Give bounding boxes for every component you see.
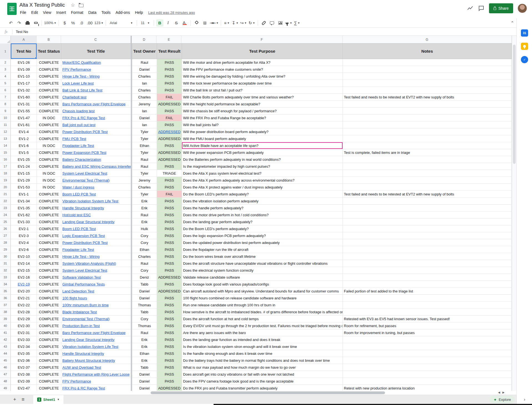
- cell-test-purpose[interactable]: Will the wiring be damaged by folding / …: [182, 73, 343, 80]
- test-title-link[interactable]: Baro Performance over Flight Envelope: [62, 331, 126, 335]
- test-title-link[interactable]: Flopdapter Life Test: [62, 144, 94, 148]
- cell-test-no[interactable]: EV2-31: [11, 329, 37, 336]
- cell-test-purpose[interactable]: Do the Batteries perform adequately in r…: [182, 156, 343, 163]
- cell-test-purpose[interactable]: Are there any aero issues with the baro: [182, 329, 343, 336]
- cell-test-result[interactable]: FAIL: [157, 94, 182, 101]
- cell-notes[interactable]: [343, 108, 512, 114]
- cell-test-title[interactable]: Battery Characterization: [61, 156, 131, 163]
- insights-chart-icon[interactable]: [467, 5, 473, 12]
- cell-test-purpose[interactable]: Will Charlie Bolts perform adequately ov…: [182, 94, 343, 101]
- cell-test-title[interactable]: FPV Performance: [61, 378, 131, 385]
- cell-test-purpose[interactable]: Validate release candidate software: [182, 274, 343, 281]
- cell-test-status[interactable]: COMPLETE: [37, 260, 61, 267]
- cell-test-status[interactable]: IN DOC: [37, 114, 61, 121]
- cell-notes[interactable]: [343, 302, 512, 309]
- test-title-link[interactable]: Vibration Isolation System Life Test: [62, 345, 118, 349]
- cell-test-result[interactable]: PASS: [157, 205, 182, 212]
- cell-test-result[interactable]: PASS: [157, 184, 182, 191]
- cell-test-owner[interactable]: Tabb: [132, 364, 157, 371]
- cell-test-title[interactable]: Battery Mount Structural Integrity: [61, 357, 131, 364]
- cell-notes[interactable]: Test failed and needs to be retested at …: [343, 94, 512, 101]
- cell-test-owner[interactable]: Daniel: [132, 385, 157, 391]
- cell-test-title[interactable]: Power Distribution PCB Test: [61, 239, 131, 246]
- test-title-link[interactable]: 100hr minumum Burn in time: [62, 303, 109, 307]
- cell-notes[interactable]: [343, 350, 512, 357]
- row-number[interactable]: 33: [0, 274, 11, 281]
- column-header-C[interactable]: C: [61, 36, 131, 43]
- cell-test-title[interactable]: Hot/cold test ESC: [61, 212, 131, 218]
- cell-test-result[interactable]: PASS: [157, 302, 182, 309]
- cell-test-title[interactable]: Power Distribution PCB Test: [61, 128, 131, 135]
- cell-test-purpose[interactable]: Does the aircraft structure have unaccep…: [182, 260, 343, 267]
- cell-test-status[interactable]: COMPLETE: [37, 302, 61, 309]
- menu-file[interactable]: File: [17, 9, 29, 16]
- cell-test-no[interactable]: EV2-22: [11, 302, 37, 309]
- cell-test-owner[interactable]: Jeremy: [132, 101, 157, 108]
- cell-notes[interactable]: Retest with new production antenna locat…: [343, 385, 512, 391]
- row-number[interactable]: 16: [0, 156, 11, 163]
- cell-test-purpose[interactable]: Does the Alta X perform adequately acros…: [182, 177, 343, 184]
- cell-test-result[interactable]: PASS: [157, 315, 182, 322]
- cell-test-title[interactable]: Flight Performance with Ring Lever Loose: [61, 371, 131, 378]
- cell-test-title[interactable]: Gimbal Performance Tests: [61, 281, 131, 288]
- redo-button[interactable]: ↷: [16, 19, 23, 27]
- format-percent-button[interactable]: %: [69, 19, 77, 27]
- row-number[interactable]: 7: [0, 94, 11, 101]
- side-panel-expand-icon[interactable]: ›: [517, 397, 532, 402]
- header-cell-test-result[interactable]: Test Result: [157, 44, 182, 59]
- sheet-tab-sheet1[interactable]: 1 Sheet1 ▼: [33, 395, 64, 404]
- cell-test-no[interactable]: EV2-37: [11, 364, 37, 371]
- cell-test-no[interactable]: EV1-47: [11, 114, 37, 121]
- cell-test-owner[interactable]: Charles: [132, 253, 157, 260]
- cell-test-status[interactable]: COMPLETE: [37, 73, 61, 80]
- test-title-link[interactable]: Hinge Life Test - Wiring: [62, 74, 100, 78]
- header-cell-test-purpose[interactable]: Test Purpose: [182, 44, 343, 59]
- cell-notes[interactable]: [343, 73, 512, 80]
- cell-test-result[interactable]: PASS: [157, 232, 182, 239]
- test-title-link[interactable]: Chassis loading test: [62, 109, 95, 113]
- row-number[interactable]: 10: [0, 114, 11, 121]
- cell-test-status[interactable]: COMPLETE: [37, 232, 61, 239]
- test-title-link[interactable]: Power Expansion PCB Test: [62, 151, 107, 155]
- cell-notes[interactable]: [343, 87, 512, 94]
- row-number[interactable]: 4: [0, 73, 11, 80]
- cell-test-status[interactable]: COMPLETE: [37, 87, 61, 94]
- cell-test-title[interactable]: Lock Lever Life test: [61, 80, 131, 87]
- cell-test-owner[interactable]: Deniz: [132, 274, 157, 281]
- header-cell-test-no[interactable]: Test No: [11, 44, 37, 59]
- cell-test-no[interactable]: EV1-31: [11, 101, 37, 108]
- cell-test-title[interactable]: Boom LED PCB Test: [61, 191, 131, 198]
- cell-test-owner[interactable]: Cory: [132, 239, 157, 246]
- row-number[interactable]: 25: [0, 218, 11, 225]
- row-number[interactable]: 44: [0, 350, 11, 357]
- cell-test-purpose[interactable]: Does the landing gear perform adequately…: [182, 218, 343, 225]
- comment-history-icon[interactable]: [478, 5, 485, 12]
- cell-test-title[interactable]: FPV Performance: [61, 66, 131, 73]
- cell-test-title[interactable]: 100hr minumum Burn in time: [61, 302, 131, 309]
- cell-test-status[interactable]: COMPLETE: [37, 378, 61, 385]
- cell-test-no[interactable]: EV1-1: [11, 191, 37, 198]
- hide-toolbar-button[interactable]: ⌃: [509, 19, 516, 27]
- cell-test-no[interactable]: EV1-15: [11, 170, 37, 177]
- cell-test-status[interactable]: IN DOC: [37, 170, 61, 177]
- test-title-link[interactable]: Blade Imbalance Test: [62, 310, 97, 314]
- test-title-link[interactable]: Landing Gear Structural Integrity: [62, 338, 115, 342]
- cell-test-owner[interactable]: Tyler: [132, 135, 157, 142]
- cell-test-result[interactable]: PASS: [157, 260, 182, 267]
- cell-test-result[interactable]: PASS: [157, 66, 182, 73]
- cell-test-result[interactable]: PASS: [157, 329, 182, 336]
- column-header-F[interactable]: F: [181, 36, 343, 43]
- cell-test-result[interactable]: PASS: [157, 364, 182, 371]
- cell-test-result[interactable]: ADDRESSED: [157, 385, 182, 391]
- cell-test-purpose[interactable]: Do the boom wires break over aircraft li…: [182, 253, 343, 260]
- cell-test-result[interactable]: PASS: [157, 322, 182, 329]
- cell-test-owner[interactable]: Tyler: [132, 128, 157, 135]
- row-number[interactable]: 30: [0, 253, 11, 260]
- cell-test-result[interactable]: ADDRESSED: [157, 128, 182, 135]
- cell-test-title[interactable]: Handle Structural Integrity: [61, 205, 131, 212]
- cell-test-purpose[interactable]: Will the lock lever performance be accep…: [182, 80, 343, 87]
- cell-test-result[interactable]: TRIAGE: [157, 170, 182, 177]
- cell-notes[interactable]: [343, 66, 512, 73]
- cell-test-purpose[interactable]: Will the FPV performance make customers …: [182, 66, 343, 73]
- cell-notes[interactable]: Test failed and needs to be retested at …: [343, 191, 512, 198]
